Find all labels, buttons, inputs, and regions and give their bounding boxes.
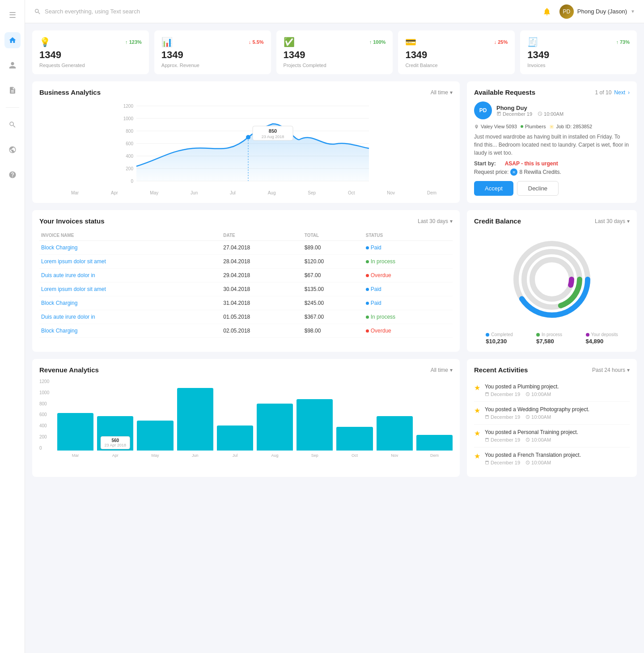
bar-x-label: Jul (217, 453, 253, 458)
main-area: Search everything, using Text search PD … (25, 0, 644, 653)
user-info[interactable]: PD Phong Duy (Jason) ▼ (559, 4, 635, 19)
invoice-date: 30.04.2018 (221, 282, 302, 296)
svg-text:600: 600 (126, 141, 133, 146)
invoices-title: Your Invoices status (39, 217, 105, 225)
sidebar-item-menu[interactable]: ☰ (4, 7, 21, 23)
bar-column[interactable] (57, 413, 93, 451)
activity-date: December 19 (485, 460, 520, 465)
invoice-total: $367.00 (303, 310, 364, 324)
bottom-row: Revenue Analytics All time ▾ 1200 1000 8… (32, 359, 637, 477)
credit-balance-filter[interactable]: Last 30 days ▾ (595, 218, 630, 224)
bar-x-label: Jun (177, 453, 213, 458)
stat-value-3: 1349 (405, 49, 508, 61)
activity-date: December 19 (485, 414, 520, 420)
request-time: 10:00AM (538, 111, 564, 117)
bar[interactable] (57, 413, 93, 451)
bar-column[interactable]: 560 23 Apr 2018 (97, 416, 133, 451)
notification-icon[interactable] (540, 4, 554, 19)
svg-text:1000: 1000 (123, 116, 134, 121)
request-description: Just moved wardrobe as having built in i… (474, 133, 630, 157)
bar-column[interactable] (416, 435, 453, 451)
invoice-status: Overdue (364, 324, 453, 338)
svg-point-25 (532, 260, 572, 299)
bar-column[interactable] (377, 416, 413, 451)
invoice-name[interactable]: Block Charging (39, 241, 221, 255)
stat-label-4: Invoices (527, 63, 630, 68)
stat-badge-0: ↑ 123% (125, 39, 142, 45)
activities-title: Recent Activities (474, 366, 528, 374)
bar-column[interactable] (336, 427, 373, 451)
stat-label-1: Approx. Revenue (161, 63, 264, 68)
legend-item-1: In process $7,580 (536, 332, 562, 345)
request-tags: Valey View 5093 Plumbers ID Job ID: 2853… (474, 124, 630, 129)
bar-column[interactable] (137, 421, 173, 451)
stat-card-2: ✅ ↑ 100% 1349 Projects Completed (276, 30, 393, 74)
revenue-title: Revenue Analytics (39, 366, 99, 374)
sidebar-item-network[interactable] (4, 142, 21, 158)
analytics-filter[interactable]: All time ▾ (431, 89, 453, 96)
svg-text:1200: 1200 (123, 104, 134, 109)
invoice-name[interactable]: Block Charging (39, 296, 221, 310)
bar-column[interactable] (177, 388, 213, 451)
col-total: TOTAL (303, 230, 364, 241)
invoice-status: Paid (364, 241, 453, 255)
bar-column[interactable] (257, 404, 293, 451)
bar[interactable] (297, 399, 333, 451)
accept-button[interactable]: Accept (474, 181, 513, 196)
bar[interactable] (336, 427, 373, 451)
bar-column[interactable] (217, 426, 253, 451)
bar[interactable] (257, 404, 293, 451)
list-item: ★ You posted a Personal Training project… (474, 425, 630, 447)
sidebar-item-help[interactable] (4, 167, 21, 183)
invoice-name[interactable]: Lorem ipsum dolor sit amet (39, 282, 221, 296)
revenue-filter[interactable]: All time ▾ (431, 367, 453, 373)
stat-label-0: Requests Generated (39, 63, 142, 68)
analytics-row: Business Analytics All time ▾ 1200 1000 … (32, 81, 637, 203)
donut-chart (474, 230, 630, 329)
revenue-analytics-card: Revenue Analytics All time ▾ 1200 1000 8… (32, 359, 460, 477)
user-name: Phong Duy (Jason) (577, 8, 627, 15)
svg-text:400: 400 (126, 154, 133, 159)
activity-date: December 19 (485, 437, 520, 442)
credit-legend: Completed $10,230 In process $7,580 Your… (474, 332, 630, 345)
col-name: INVOICE NAME (39, 230, 221, 241)
invoice-date: 28.04.2018 (221, 255, 302, 269)
bar-column[interactable] (297, 399, 333, 451)
stat-value-0: 1349 (39, 49, 142, 61)
activity-time: 10:00AM (525, 414, 551, 420)
bar[interactable] (377, 416, 413, 451)
stat-card-1: 📊 ↓ 5.5% 1349 Approx. Revenue (154, 30, 271, 74)
activities-filter[interactable]: Past 24 hours ▾ (592, 367, 630, 373)
line-chart: 1200 1000 800 600 400 200 0 (39, 101, 453, 191)
invoice-name[interactable]: Duis aute irure dolor in (39, 310, 221, 324)
request-user-name: Phong Duy (496, 105, 564, 111)
invoices-filter[interactable]: Last 30 days ▾ (418, 218, 453, 224)
activity-time: 10:00AM (525, 437, 551, 442)
analytics-title: Business Analytics (39, 88, 101, 96)
bar[interactable] (177, 388, 213, 451)
invoice-date: 29.04.2018 (221, 269, 302, 282)
requests-next-button[interactable]: Next (614, 89, 625, 96)
invoice-total: $98.00 (303, 324, 364, 338)
svg-text:0: 0 (131, 179, 133, 184)
invoice-date: 02.05.2018 (221, 324, 302, 338)
invoice-name[interactable]: Block Charging (39, 324, 221, 338)
bar[interactable] (217, 426, 253, 451)
business-analytics-card: Business Analytics All time ▾ 1200 1000 … (32, 81, 460, 203)
activity-text: You posted a French Translation project. (485, 452, 581, 458)
bar-x-label: Nov (377, 453, 413, 458)
sidebar-item-profile[interactable] (4, 57, 21, 73)
stat-icon-2: ✅ (284, 37, 295, 47)
sidebar-item-documents[interactable] (4, 82, 21, 98)
bar[interactable] (416, 435, 453, 451)
bar[interactable] (137, 421, 173, 451)
bar-chart: 560 23 Apr 2018 (57, 379, 453, 451)
invoice-status: Overdue (364, 269, 453, 282)
invoice-name[interactable]: Lorem ipsum dolor sit amet (39, 255, 221, 269)
sidebar-item-home[interactable] (4, 32, 21, 48)
legend-item-2: Your deposits $4,890 (586, 332, 618, 345)
bar-chart-container: 1200 1000 800 600 400 200 0 560 23 Apr 2… (39, 379, 453, 458)
sidebar-item-search[interactable] (4, 117, 21, 133)
decline-button[interactable]: Decline (517, 181, 559, 196)
invoice-name[interactable]: Duis aute irure dolor in (39, 269, 221, 282)
